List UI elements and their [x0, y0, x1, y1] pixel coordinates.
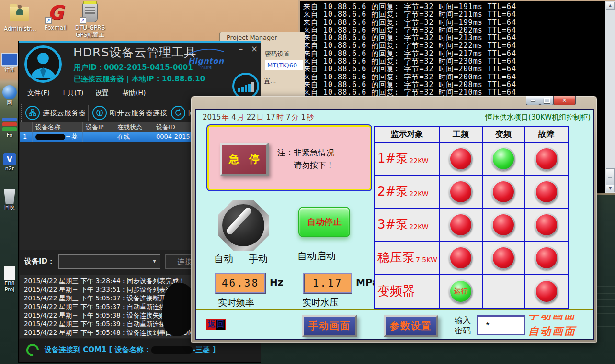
auto-screen-label: 自动画面 — [528, 324, 576, 339]
back-button[interactable]: 返回 — [206, 319, 226, 330]
ping-line: 来自 10.88.6.6 的回复: 字节=32 时间=199ms TTL=64 — [303, 19, 516, 26]
indicator-cell — [525, 242, 568, 275]
monitor-col-header: 变频 — [483, 127, 525, 143]
hmi-close-button[interactable]: ✕ — [553, 96, 576, 105]
desktop-icon-eb8-project[interactable]: EB8 Proj — [1, 266, 18, 293]
indicator-light-green: 运行 — [449, 279, 473, 303]
frequency-unit: Hz — [270, 276, 283, 288]
hmi-maximize-button[interactable] — [540, 96, 554, 105]
indicator-cell — [483, 275, 525, 308]
icon-label: DTU-GPRS — [75, 25, 105, 31]
close-button[interactable]: × — [249, 44, 260, 54]
desktop-icon-administrator[interactable]: Administr... — [4, 3, 34, 32]
desktop-icon-dtu-gprs[interactable]: ↗ DTU-GPRS GPS配置工 — [75, 2, 105, 38]
datetime-number: 17 — [266, 113, 275, 121]
datetime-unit: 分 — [291, 113, 298, 121]
indicator-cell — [440, 209, 483, 242]
user-id-text: 用户ID：0002-2015-0415-0001 — [74, 63, 193, 72]
datetime-display: 2015年4月22日17时7分1秒 — [203, 113, 316, 122]
auto-stop-button[interactable]: 自动停止 — [298, 207, 350, 237]
console-scrollbar[interactable]: ▲ ▼ — [605, 1, 615, 193]
pressure-display: 1.17 — [303, 273, 352, 294]
indicator-cell — [440, 176, 483, 209]
desktop-icon-recycle-bin[interactable]: 回收 — [1, 189, 18, 211]
v-icon: V — [3, 153, 16, 165]
person-icon — [27, 48, 59, 80]
network-nodes-icon — [25, 106, 40, 120]
ping-line: 来自 10.88.6.6 的回复: 字节=32 时间=208ms TTL=64 — [303, 81, 516, 88]
indicator-light-red — [449, 180, 473, 204]
monitor-col-header: 故障 — [525, 127, 568, 143]
status-text: 设备连接到 COM1 [ 设备名称 : -三菱 ] — [45, 345, 216, 354]
datetime-number: 2015 — [203, 113, 221, 121]
emergency-stop-panel: 急 停 注：非紧急情况 请勿按下！ — [206, 124, 372, 191]
ping-line: 来自 10.88.6.6 的回复: 字节=32 时间=217ms TTL=64 — [303, 50, 516, 57]
indicator-cell — [525, 143, 568, 176]
scroll-up-button[interactable]: ▲ — [606, 2, 615, 10]
menu-tools[interactable]: 工具(T) — [61, 89, 83, 98]
indicator-cell — [483, 209, 525, 242]
indicator-cell — [440, 143, 483, 176]
frequency-label: 实时频率 — [218, 297, 254, 309]
selector-label-auto: 自动 — [214, 253, 233, 265]
redaction-blob — [35, 134, 65, 140]
selector-label-manual: 手动 — [249, 253, 268, 265]
col-online-status: 在线状态 — [114, 122, 153, 132]
light-label: 运行 — [449, 279, 473, 303]
desktop-icon-foxmail[interactable]: G↗ Foxmail — [40, 2, 71, 31]
hmi-minimize-button[interactable] — [526, 96, 540, 105]
menu-help[interactable]: 帮助(H) — [122, 89, 146, 98]
parameter-settings-button[interactable]: 参数设置 — [384, 315, 438, 337]
monitor-icon — [1, 53, 18, 66]
user-avatar — [24, 45, 62, 83]
icon-label-2: GPS配置工 — [75, 32, 105, 38]
indicator-light-red — [535, 213, 558, 237]
minimize-button[interactable]: – — [235, 44, 247, 54]
ping-line: 来自 10.88.6.6 的回复: 字节=32 时间=200ms TTL=64 — [303, 73, 516, 81]
pressure-label: 实时水压 — [302, 297, 339, 309]
folder-person-icon — [8, 3, 31, 25]
desktop-icon-archive[interactable]: Fo — [1, 118, 18, 138]
device-id-label: 设备ID： — [24, 257, 55, 266]
emergency-stop-button[interactable]: 急 停 — [220, 143, 269, 176]
menu-file[interactable]: 文件(F) — [27, 89, 50, 98]
disconnect-cloud-button[interactable]: 断开云服务器连接 — [92, 104, 167, 122]
desktop-icon-vmware[interactable]: V n2r — [1, 153, 18, 172]
pm-settings-label: 置... — [264, 77, 276, 86]
indicator-cell: 运行 — [440, 275, 483, 308]
frequency-display: 46.38 — [215, 273, 266, 294]
desktop-icon-computer[interactable]: 计算 — [1, 53, 18, 73]
ping-line: 来自 10.88.6.6 的回复: 字节=32 时间=230ms TTL=64 — [303, 57, 516, 65]
refresh-icon — [171, 106, 185, 120]
indicator-cell — [525, 209, 568, 242]
device-status-cell: 在线 — [114, 132, 153, 142]
auto-manual-selector-knob[interactable] — [218, 200, 269, 251]
pump-row-label: 1#泵22KW — [375, 143, 440, 176]
foxmail-icon: G↗ — [44, 2, 67, 24]
desktop-icon-network[interactable]: 网 — [1, 85, 18, 107]
datetime-unit: 月 — [237, 113, 244, 121]
indicator-light-green — [491, 147, 515, 171]
menu-settings[interactable]: 设置 — [95, 89, 109, 98]
document-icon — [4, 266, 15, 280]
connect-cloud-button[interactable]: 连接云服务器 — [25, 104, 86, 122]
scroll-down-button[interactable]: ▼ — [606, 185, 615, 192]
recycle-bin-icon — [3, 189, 16, 204]
pump-row-label: 2#泵22KW — [375, 176, 440, 209]
hmi-window: ✕ 2015年4月22日17时7分1秒 恒压供水项目(30KW机组控制柜) 急 … — [191, 96, 597, 343]
indicator-light-red — [449, 246, 473, 270]
password-input[interactable] — [477, 315, 525, 335]
ping-line: 来自 10.88.6.6 的回复: 字节=32 时间=191ms TTL=64 — [303, 3, 516, 11]
indicator-light-red — [535, 246, 558, 270]
desktop-screen: Administr... G↗ Foxmail ↗ DTU-GPRS GPS配置… — [0, 0, 615, 364]
device-id-combobox[interactable] — [58, 254, 160, 269]
manual-screen-button[interactable]: 手动画面 — [302, 315, 357, 337]
monitor-col-header: 工频 — [440, 127, 483, 143]
datetime-number: 4 — [231, 113, 236, 121]
pump-row-label: 稳压泵7.5KW — [375, 242, 440, 275]
indicator-light-red — [449, 147, 473, 171]
indicator-cell — [525, 275, 568, 308]
scroll-thumb[interactable] — [606, 168, 615, 186]
datetime-number: 1 — [301, 113, 306, 121]
pm-device-field[interactable]: MT(TK)60 — [265, 60, 303, 70]
